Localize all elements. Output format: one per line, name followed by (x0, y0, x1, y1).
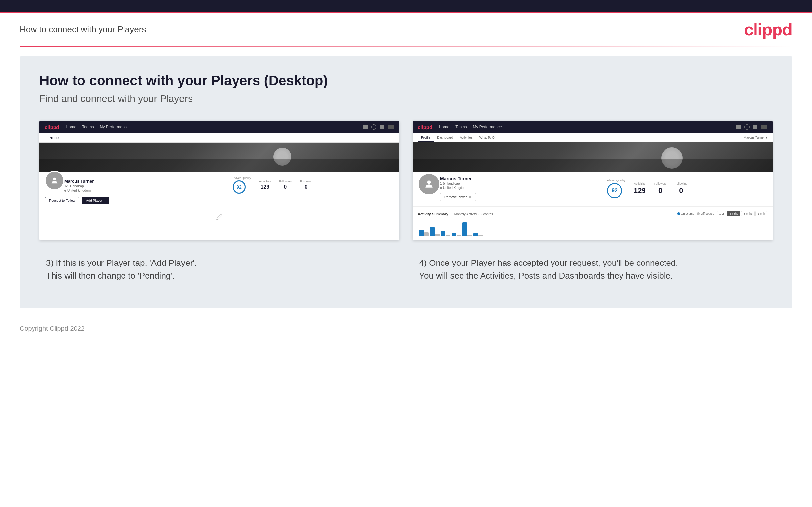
nav-myperformance-2[interactable]: My Performance (473, 125, 502, 129)
following-label-1: Following (300, 180, 312, 183)
bar-gray-1 (424, 232, 429, 236)
tabs-left-group: Profile Dashboard Activities What To On (418, 133, 500, 142)
nav-myperformance-1[interactable]: My Performance (100, 125, 129, 129)
request-follow-button[interactable]: Request to Follow (45, 197, 80, 205)
nav-home-1[interactable]: Home (66, 125, 76, 129)
search-icon-2[interactable] (737, 125, 741, 129)
nav-home-2[interactable]: Home (439, 125, 449, 129)
top-bar (0, 0, 812, 13)
tab-dashboard-2[interactable]: Dashboard (434, 133, 456, 142)
legend-dot-gray (697, 212, 700, 215)
bar-group-1 (419, 230, 429, 236)
bar-chart (418, 220, 767, 236)
copyright-text: Copyright Clippd 2022 (20, 325, 85, 332)
header-divider (20, 46, 792, 47)
bar-group-3 (441, 231, 450, 236)
header: How to connect with your Players clippd (0, 13, 812, 46)
remove-x-icon: ✕ (469, 195, 472, 199)
bar-gray-2 (435, 234, 440, 236)
location-text-2: United Kingdom (443, 186, 466, 190)
settings-icon-1[interactable] (380, 125, 384, 129)
stats-section-1: Player Quality 92 Activities 129 Followe… (233, 176, 394, 193)
activity-section: Activity Summary Monthly Activity · 6 Mo… (413, 207, 773, 240)
profile-section-1: Marcus Turner 1-5 Handicap United Kingdo… (39, 172, 399, 210)
app-navbar-2: clippd Home Teams My Performance (413, 121, 773, 133)
activities-value-2: 129 (633, 186, 646, 195)
banner-terrain-1 (39, 159, 399, 172)
description-block-2: 4) Once your Player has accepted your re… (413, 257, 773, 282)
nav-items-2: Home Teams My Performance (439, 125, 737, 129)
tab-whattoon-2[interactable]: What To On (476, 133, 500, 142)
svg-point-1 (427, 180, 431, 184)
legend-offcourse-label: Off course (701, 212, 714, 215)
tab-activities-2[interactable]: Activities (456, 133, 476, 142)
settings-icon-2[interactable] (753, 125, 757, 129)
time-btn-1yr[interactable]: 1 yr (717, 211, 726, 216)
description-text-1: 3) If this is your Player tap, 'Add Play… (46, 257, 393, 282)
logo: clippd (744, 20, 792, 39)
bar-group-4 (452, 233, 461, 236)
tab-profile-1[interactable]: Profile (45, 133, 63, 143)
legend-dot-blue (677, 212, 680, 215)
bar-blue-2 (430, 227, 435, 236)
bar-blue-6 (473, 233, 478, 236)
quality-stat-2: Player Quality 92 (607, 179, 625, 198)
nav-icons-1 (363, 124, 394, 130)
following-value-2: 0 (675, 186, 687, 195)
player-dropdown[interactable]: Marcus Turner ▾ (744, 136, 767, 139)
app-navbar-1: clippd Home Teams My Performance (39, 121, 399, 133)
bar-group-6 (473, 233, 483, 236)
quality-label-1: Player Quality (233, 176, 251, 179)
time-btn-3mths[interactable]: 3 mths (741, 211, 755, 216)
followers-label-1: Followers (279, 180, 292, 183)
bar-blue-3 (441, 231, 445, 236)
location-dot-2 (440, 187, 442, 189)
page-subheading: Find and connect with your Players (39, 93, 773, 104)
cursor-area-1 (39, 210, 399, 226)
flag-icon-2[interactable] (761, 125, 767, 129)
remove-player-button[interactable]: Remove Player ✕ (440, 193, 476, 201)
screenshots-row: clippd Home Teams My Performance Profile (39, 121, 773, 240)
time-btn-6mths[interactable]: 6 mths (727, 211, 741, 216)
bar-group-2 (430, 227, 440, 236)
player-handicap-1: 1-5 Handicap (64, 184, 226, 188)
quality-label-2: Player Quality (607, 179, 625, 182)
time-buttons: 1 yr 6 mths 3 mths 1 mth (717, 211, 767, 216)
profile-info-1: Marcus Turner 1-5 Handicap United Kingdo… (64, 179, 226, 192)
svg-point-0 (53, 177, 56, 180)
bar-gray-3 (446, 235, 450, 236)
flag-icon-1[interactable] (388, 125, 394, 129)
user-icon-2[interactable] (744, 124, 750, 130)
activity-title-group: Activity Summary Monthly Activity · 6 Mo… (418, 211, 493, 217)
header-title: How to connect with your Players (20, 24, 146, 35)
nav-teams-1[interactable]: Teams (82, 125, 94, 129)
followers-stat-1: Followers 0 (279, 180, 292, 190)
activities-label-1: Activities (259, 180, 271, 183)
banner-terrain-2 (413, 159, 773, 172)
avatar-2 (418, 173, 440, 195)
description-text-2: 4) Once your Player has accepted your re… (419, 257, 766, 282)
search-icon-1[interactable] (363, 125, 368, 129)
app-banner-2 (413, 143, 773, 172)
bar-gray-4 (457, 235, 461, 236)
followers-label-2: Followers (654, 182, 667, 185)
description-block-1: 3) If this is your Player tap, 'Add Play… (39, 257, 399, 282)
add-player-button[interactable]: Add Player + (82, 197, 109, 205)
nav-icons-2 (737, 124, 767, 130)
activity-controls: On course Off course 1 yr 6 mths 3 mths … (677, 211, 767, 216)
stats-section-2: Player Quality 92 Activities 129 Followe… (607, 179, 767, 198)
player-name-1: Marcus Turner (64, 179, 226, 184)
tab-profile-2[interactable]: Profile (418, 133, 434, 142)
app-tabs-2: Profile Dashboard Activities What To On … (413, 133, 773, 143)
avatar-container-2 (418, 173, 440, 195)
nav-items-1: Home Teams My Performance (66, 125, 363, 129)
avatar-icon-1 (50, 176, 59, 185)
bar-blue-4 (452, 233, 456, 236)
user-icon-1[interactable] (371, 124, 376, 130)
activity-title: Activity Summary (418, 212, 448, 216)
player-location-2: United Kingdom (440, 186, 601, 190)
location-text-1: United Kingdom (67, 189, 91, 192)
nav-teams-2[interactable]: Teams (455, 125, 467, 129)
time-btn-1mth[interactable]: 1 mth (755, 211, 767, 216)
followers-value-2: 0 (654, 186, 667, 195)
